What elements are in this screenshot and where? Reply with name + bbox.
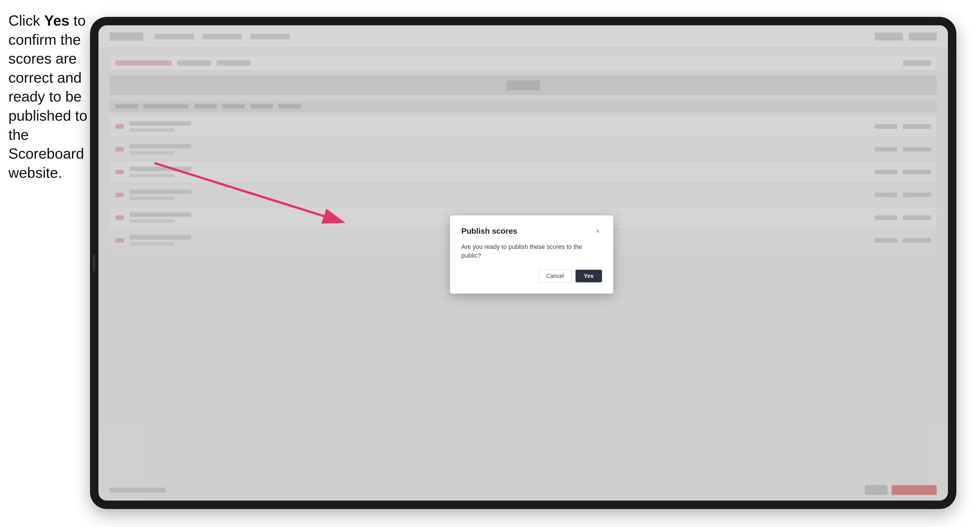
modal-body: Are you ready to publish these scores to…	[461, 243, 602, 260]
tablet-device: Publish scores × Are you ready to publis…	[90, 17, 956, 509]
modal-title: Publish scores	[461, 227, 517, 236]
instruction-text: Click Yes to confirm the scores are corr…	[8, 11, 90, 182]
modal-overlay: Publish scores × Are you ready to publis…	[99, 25, 948, 500]
tablet-side-button	[93, 254, 95, 271]
modal-dialog: Publish scores × Are you ready to publis…	[450, 216, 613, 294]
cancel-button[interactable]: Cancel	[539, 270, 571, 283]
instruction-prefix: Click	[8, 13, 44, 29]
instruction-suffix: to confirm the scores are correct and re…	[8, 13, 87, 181]
yes-button[interactable]: Yes	[576, 270, 602, 283]
modal-header: Publish scores ×	[461, 227, 602, 236]
modal-close-button[interactable]: ×	[593, 227, 602, 235]
instruction-bold: Yes	[44, 13, 70, 29]
tablet-screen: Publish scores × Are you ready to publis…	[99, 25, 948, 500]
modal-footer: Cancel Yes	[461, 270, 602, 283]
